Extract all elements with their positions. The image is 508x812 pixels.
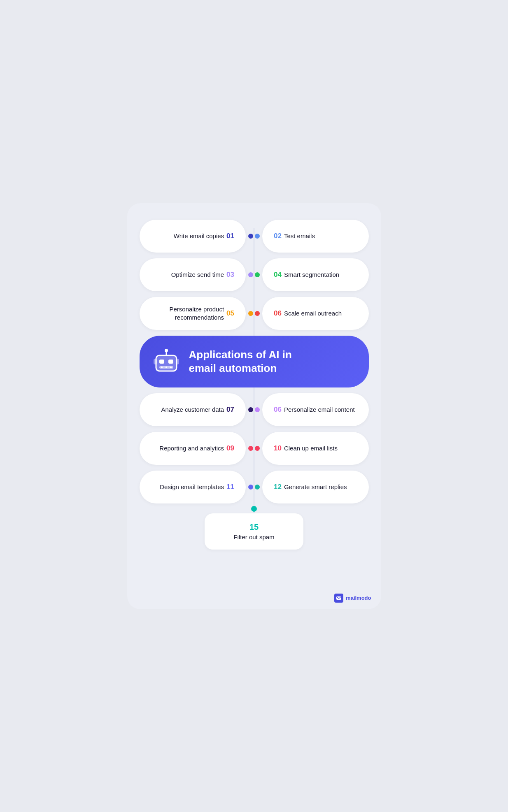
right-dot: [255, 407, 260, 412]
left-text: Design email templates: [160, 483, 224, 491]
left-text: Optimize send time: [171, 271, 224, 279]
bottom-num: 15: [221, 522, 287, 532]
right-num: 10: [274, 444, 282, 452]
right-num: 12: [274, 483, 282, 491]
svg-point-5: [165, 367, 167, 368]
svg-point-8: [165, 349, 168, 352]
dot-area: [246, 485, 262, 490]
robot-icon: [152, 347, 181, 376]
left-pill: Write email copies01: [140, 220, 246, 253]
brand-logo: mailmodo: [334, 594, 371, 603]
left-dot: [248, 234, 253, 239]
right-text: Scale email outreach: [284, 309, 342, 318]
right-num: 04: [274, 271, 282, 279]
dot-area: [246, 272, 262, 277]
left-pill: Personalize product recommendations05: [140, 297, 246, 330]
right-dot: [255, 272, 260, 277]
dot-area: [246, 407, 262, 412]
right-dot: [255, 446, 260, 451]
row-pair: Optimize send time0304Smart segmentation: [140, 258, 369, 291]
row-pair: Personalize product recommendations0506S…: [140, 297, 369, 330]
right-text: Personalize email content: [284, 406, 355, 414]
right-num: 06: [274, 309, 282, 318]
right-num: 02: [274, 232, 282, 240]
left-pill: Design email templates11: [140, 471, 246, 503]
left-pill: Reporting and analytics09: [140, 432, 246, 465]
row-pair: Write email copies0102Test emails: [140, 220, 369, 253]
left-dot: [248, 311, 253, 316]
right-text: Test emails: [284, 232, 315, 240]
right-dot: [255, 234, 260, 239]
right-pill: 10Clean up email lists: [262, 432, 369, 465]
right-pill: 12Generate smart replies: [262, 471, 369, 503]
svg-point-4: [161, 367, 163, 368]
dot-area: [246, 311, 262, 316]
svg-rect-2: [168, 360, 173, 364]
left-dot: [248, 407, 253, 412]
brand-icon: [334, 594, 343, 603]
left-num: 01: [226, 232, 234, 240]
svg-point-6: [170, 367, 172, 368]
left-num: 03: [226, 271, 234, 279]
hero-title: Applications of AI in email automation: [189, 348, 292, 375]
left-num: 09: [226, 444, 234, 452]
left-pill: Optimize send time03: [140, 258, 246, 291]
bottom-teal-dot: [251, 506, 257, 512]
right-text: Clean up email lists: [284, 444, 338, 452]
left-dot: [248, 485, 253, 490]
right-pill: 02Test emails: [262, 220, 369, 253]
right-num: 06: [274, 406, 282, 414]
right-text: Smart segmentation: [284, 271, 339, 279]
svg-rect-9: [154, 359, 157, 364]
svg-rect-10: [176, 359, 179, 364]
left-text: Reporting and analytics: [159, 444, 224, 452]
left-num: 07: [226, 406, 234, 414]
left-text: Personalize product recommendations: [149, 305, 224, 321]
right-pill: 06Personalize email content: [262, 393, 369, 426]
left-pill: Analyze customer data07: [140, 393, 246, 426]
dot-area: [246, 234, 262, 239]
left-num: 11: [226, 483, 234, 491]
left-text: Analyze customer data: [161, 406, 224, 414]
svg-rect-0: [156, 355, 177, 371]
right-pill: 06Scale email outreach: [262, 297, 369, 330]
left-num: 05: [226, 309, 234, 318]
row-pair: Reporting and analytics0910Clean up emai…: [140, 432, 369, 465]
bottom-pill: 15 Filter out spam: [205, 513, 303, 550]
right-dot: [255, 485, 260, 490]
left-dot: [248, 446, 253, 451]
main-card: Write email copies0102Test emailsOptimiz…: [127, 203, 381, 609]
left-text: Write email copies: [174, 232, 224, 240]
bottom-single-item: 15 Filter out spam: [205, 506, 303, 550]
left-dot: [248, 272, 253, 277]
top-rows: Write email copies0102Test emailsOptimiz…: [140, 220, 369, 330]
right-pill: 04Smart segmentation: [262, 258, 369, 291]
bottom-rows: Analyze customer data0706Personalize ema…: [140, 393, 369, 503]
row-pair: Analyze customer data0706Personalize ema…: [140, 393, 369, 426]
brand-name: mailmodo: [346, 595, 371, 601]
row-pair: Design email templates1112Generate smart…: [140, 471, 369, 503]
bottom-label: Filter out spam: [221, 534, 287, 541]
dot-area: [246, 446, 262, 451]
hero-banner: Applications of AI in email automation: [140, 336, 369, 387]
right-dot: [255, 311, 260, 316]
svg-rect-1: [159, 360, 164, 364]
right-text: Generate smart replies: [284, 483, 347, 491]
